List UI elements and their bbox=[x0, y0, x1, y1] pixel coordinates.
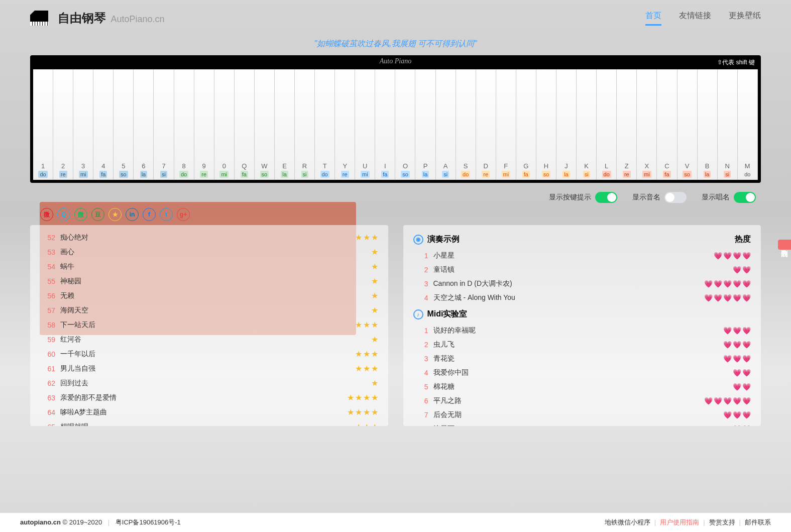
section-header: ♪Midi实验室 bbox=[413, 305, 751, 324]
heart-icon: 💗 bbox=[733, 425, 741, 426]
song-row[interactable]: 7后会无期💗💗💗 bbox=[413, 408, 751, 422]
toggle-显示音名: 显示音名 bbox=[632, 192, 687, 203]
footer-link[interactable]: 用户使用指南 bbox=[660, 518, 699, 526]
songlist-tab[interactable]: 歌曲列表 bbox=[778, 240, 791, 250]
song-row[interactable]: 61男儿当自强★★★ bbox=[40, 361, 378, 376]
song-row[interactable]: 4天空之城 - Along With You💗💗💗💗💗 bbox=[413, 291, 751, 305]
song-row[interactable]: 4我爱你中国💗💗 bbox=[413, 366, 751, 380]
white-key-7[interactable]: 7si bbox=[154, 69, 174, 180]
star-icon: ★ bbox=[371, 364, 378, 373]
white-key-B[interactable]: Bla bbox=[698, 69, 718, 180]
switch-显示唱名[interactable] bbox=[734, 192, 756, 203]
white-key-X[interactable]: Xmi bbox=[637, 69, 657, 180]
switch-显示按键提示[interactable] bbox=[595, 192, 617, 203]
song-row[interactable]: 52痴心绝对★★★ bbox=[40, 230, 378, 245]
white-key-3[interactable]: 3mi bbox=[73, 69, 93, 180]
footer-link[interactable]: 邮件联系 bbox=[745, 518, 771, 526]
song-row[interactable]: 65想唱就唱★★★ bbox=[40, 419, 378, 426]
white-key-H[interactable]: Hso bbox=[536, 69, 556, 180]
song-row[interactable]: 2童话镇💗💗 bbox=[413, 263, 751, 277]
song-row[interactable]: 3Cannon in D (D大调卡农)💗💗💗💗💗 bbox=[413, 277, 751, 291]
footer-right: 地铁微信小程序|用户使用指南|赞赏支持|邮件联系 bbox=[605, 518, 771, 527]
white-key-W[interactable]: Wso bbox=[255, 69, 275, 180]
white-key-F[interactable]: Fmi bbox=[496, 69, 516, 180]
white-key-N[interactable]: Nsi bbox=[718, 69, 738, 180]
keyboard-title: Auto Piano bbox=[30, 57, 761, 65]
white-key-L[interactable]: Ldo bbox=[597, 69, 617, 180]
white-key-8[interactable]: 8do bbox=[174, 69, 194, 180]
white-key-Y[interactable]: Yre bbox=[335, 69, 355, 180]
white-key-G[interactable]: Gfa bbox=[516, 69, 536, 180]
switch-显示音名[interactable] bbox=[664, 192, 687, 203]
white-key-J[interactable]: Jla bbox=[556, 69, 577, 180]
song-row[interactable]: 60一千年以后★★★ bbox=[40, 347, 378, 361]
song-row[interactable]: 5棉花糖💗💗 bbox=[413, 380, 751, 394]
qq-icon[interactable]: Q bbox=[57, 208, 70, 221]
song-row[interactable]: 59红河谷★ bbox=[40, 332, 378, 347]
nav-友情链接[interactable]: 友情链接 bbox=[679, 11, 711, 26]
twitter-icon[interactable]: t bbox=[160, 208, 173, 221]
heart-icon: 💗 bbox=[714, 397, 722, 405]
white-key-Q[interactable]: Qfa bbox=[235, 69, 255, 180]
song-row[interactable]: 3青花瓷💗💗💗 bbox=[413, 352, 751, 366]
white-key-O[interactable]: Oso bbox=[395, 69, 415, 180]
white-key-D[interactable]: Dre bbox=[476, 69, 496, 180]
white-key-K[interactable]: Ksi bbox=[577, 69, 597, 180]
white-key-R[interactable]: Rsi bbox=[295, 69, 315, 180]
wechat-icon[interactable]: 微 bbox=[74, 208, 87, 221]
qzone-icon[interactable]: ★ bbox=[108, 208, 122, 221]
song-row[interactable]: 63亲爱的那不是爱情★★★★ bbox=[40, 390, 378, 405]
heart-icon: 💗 bbox=[733, 369, 741, 377]
white-key-M[interactable]: Mdo bbox=[738, 69, 758, 180]
white-key-4[interactable]: 4fa bbox=[93, 69, 114, 180]
heart-icon: 💗 bbox=[704, 280, 713, 288]
linkedin-icon[interactable]: in bbox=[126, 208, 139, 221]
star-icon: ★ bbox=[355, 393, 362, 402]
white-key-5[interactable]: 5so bbox=[114, 69, 134, 180]
song-row[interactable]: 54蜗牛★ bbox=[40, 259, 378, 274]
song-row[interactable]: 2虫儿飞💗💗💗 bbox=[413, 338, 751, 352]
white-key-Z[interactable]: Zre bbox=[617, 69, 637, 180]
star-icon: ★ bbox=[371, 247, 378, 257]
heart-icon: 💗 bbox=[733, 341, 741, 349]
song-row[interactable]: 1小星星💗💗💗💗 bbox=[413, 249, 751, 263]
heart-icon: 💗 bbox=[742, 341, 751, 349]
white-key-2[interactable]: 2re bbox=[53, 69, 73, 180]
white-key-9[interactable]: 9re bbox=[194, 69, 214, 180]
white-key-U[interactable]: Umi bbox=[355, 69, 375, 180]
facebook-icon[interactable]: f bbox=[143, 208, 156, 221]
white-key-A[interactable]: Asi bbox=[436, 69, 456, 180]
white-key-I[interactable]: Ifa bbox=[375, 69, 395, 180]
white-key-V[interactable]: Vso bbox=[677, 69, 698, 180]
white-key-0[interactable]: 0mi bbox=[214, 69, 235, 180]
star-icon: ★ bbox=[355, 364, 362, 373]
song-row[interactable]: 62回到过去★ bbox=[40, 376, 378, 390]
white-key-T[interactable]: Tdo bbox=[315, 69, 335, 180]
star-icon: ★ bbox=[355, 233, 362, 242]
song-row[interactable]: 8流星雨💗💗 bbox=[413, 422, 751, 426]
song-row[interactable]: 6平凡之路💗💗💗💗💗 bbox=[413, 394, 751, 408]
white-key-P[interactable]: Pla bbox=[415, 69, 435, 180]
footer-link[interactable]: 赞赏支持 bbox=[709, 518, 735, 526]
weibo-icon[interactable]: 微 bbox=[40, 208, 53, 221]
song-row[interactable]: 56无赖★ bbox=[40, 288, 378, 303]
white-key-6[interactable]: 6la bbox=[134, 69, 154, 180]
song-row[interactable]: 53画心★ bbox=[40, 245, 378, 259]
song-row[interactable]: 57海阔天空★ bbox=[40, 303, 378, 317]
white-key-E[interactable]: Ela bbox=[275, 69, 295, 180]
song-row[interactable]: 1说好的幸福呢💗💗💗 bbox=[413, 324, 751, 338]
white-key-1[interactable]: 1do bbox=[33, 69, 53, 180]
star-icon: ★ bbox=[371, 233, 378, 242]
douban-icon[interactable]: 豆 bbox=[91, 208, 104, 221]
white-key-S[interactable]: Sdo bbox=[456, 69, 476, 180]
white-key-C[interactable]: Cfa bbox=[657, 69, 677, 180]
nav-更换壁纸[interactable]: 更换壁纸 bbox=[729, 11, 761, 26]
left-song-list: 52痴心绝对★★★53画心★54蜗牛★55神秘园★56无赖★57海阔天空★58下… bbox=[30, 225, 388, 426]
footer-link[interactable]: 地铁微信小程序 bbox=[605, 518, 650, 526]
song-row[interactable]: 58下一站天后★★★ bbox=[40, 317, 378, 332]
nav-首页[interactable]: 首页 bbox=[645, 11, 661, 26]
star-icon: ★ bbox=[363, 233, 370, 242]
song-row[interactable]: 55神秘园★ bbox=[40, 274, 378, 288]
song-row[interactable]: 64哆啦A梦主题曲★★★★ bbox=[40, 405, 378, 419]
google-icon[interactable]: g+ bbox=[177, 208, 190, 221]
